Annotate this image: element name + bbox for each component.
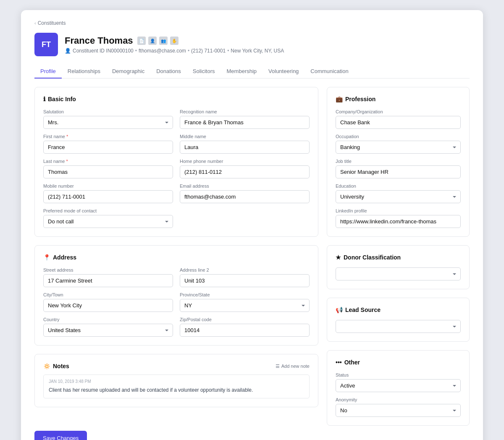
middle-name-group: Middle name bbox=[180, 134, 310, 154]
city-input[interactable] bbox=[43, 299, 173, 312]
zip-label: Zip/Postal code bbox=[180, 317, 310, 322]
address-form: Street address Address line 2 City/Town … bbox=[43, 267, 310, 337]
last-name-input[interactable] bbox=[43, 165, 173, 178]
company-input[interactable] bbox=[336, 116, 461, 129]
country-label: Country bbox=[43, 317, 173, 322]
state-select[interactable]: NY CA TX bbox=[180, 299, 310, 312]
dots-icon: ••• bbox=[336, 359, 342, 366]
education-select[interactable]: University High School Graduate bbox=[336, 190, 461, 203]
address2-group: Address line 2 bbox=[180, 267, 310, 287]
status-select[interactable]: Active Inactive Pending bbox=[336, 379, 461, 392]
header-phone: (212) 711-0001 bbox=[191, 48, 226, 54]
header-location: New York City, NY, USA bbox=[231, 48, 284, 54]
first-name-label: First name * bbox=[43, 134, 173, 139]
notes-card: 🔅 Notes ☰ Add new note JAN 10, 2019 3:48… bbox=[34, 354, 318, 407]
user-icon[interactable]: 👥 bbox=[159, 37, 168, 45]
note-date: JAN 10, 2019 3:48 PM bbox=[49, 379, 304, 384]
job-title-group: Job title bbox=[336, 159, 461, 178]
recognition-name-group: Recognition name bbox=[180, 109, 310, 129]
header-name-row: France Thomas 📄 👤 👥 ✋ bbox=[65, 35, 470, 46]
location-icon: 📍 bbox=[43, 254, 50, 261]
state-label: Province/State bbox=[180, 292, 310, 297]
contact-mode-select[interactable]: Do not call Email Phone Mail bbox=[43, 215, 173, 228]
address-card: 📍 Address Street address Address line 2 … bbox=[34, 245, 318, 346]
megaphone-icon: 📢 bbox=[336, 306, 343, 313]
add-note-button[interactable]: ☰ Add new note bbox=[276, 364, 310, 369]
info-icon: ℹ bbox=[43, 96, 45, 102]
anonymity-select[interactable]: No Yes bbox=[336, 404, 461, 417]
header-icons: 📄 👤 👥 ✋ bbox=[137, 37, 178, 45]
breadcrumb: ‹ Constituents bbox=[34, 20, 470, 26]
linkedin-label: LinkedIn profile bbox=[336, 208, 461, 213]
notes-header: 🔅 Notes ☰ Add new note bbox=[43, 363, 310, 369]
linkedin-input[interactable] bbox=[336, 215, 461, 228]
zip-input[interactable] bbox=[180, 324, 310, 337]
home-phone-label: Home phone number bbox=[180, 159, 310, 164]
doc-icon[interactable]: 📄 bbox=[137, 37, 146, 45]
last-name-label: Last name * bbox=[43, 159, 173, 164]
tab-volunteering[interactable]: Volunteering bbox=[262, 65, 304, 79]
tab-communication[interactable]: Communication bbox=[304, 65, 354, 79]
constituent-id: Constituent ID IN00000100 bbox=[73, 48, 134, 54]
state-group: Province/State NY CA TX bbox=[180, 292, 310, 312]
mobile-label: Mobile number bbox=[43, 183, 173, 189]
basic-info-form: Salutation Mrs. Mr. Ms. Dr. Recognition … bbox=[43, 109, 310, 228]
star-icon: ★ bbox=[336, 254, 341, 261]
save-changes-button[interactable]: Save Changes bbox=[34, 431, 87, 440]
country-group: Country United States Canada United King… bbox=[43, 317, 173, 337]
contact-mode-group: Preferred mode of contact Do not call Em… bbox=[43, 208, 173, 228]
other-card: ••• Other Status Active Inactive Pending… bbox=[327, 350, 470, 426]
first-name-group: First name * bbox=[43, 134, 173, 154]
left-column: ℹ Basic Info Salutation Mrs. Mr. Ms. Dr. bbox=[34, 87, 318, 426]
other-form: Status Active Inactive Pending Anonymity… bbox=[336, 372, 461, 417]
tab-donations[interactable]: Donations bbox=[150, 65, 187, 79]
occupation-select[interactable]: Banking Technology Healthcare bbox=[336, 141, 461, 154]
tab-solicitors[interactable]: Solicitors bbox=[187, 65, 221, 79]
home-phone-group: Home phone number bbox=[180, 159, 310, 178]
tab-profile[interactable]: Profile bbox=[34, 65, 62, 79]
salutation-label: Salutation bbox=[43, 109, 173, 114]
other-title: ••• Other bbox=[336, 359, 461, 366]
country-select[interactable]: United States Canada United Kingdom bbox=[43, 324, 173, 337]
tab-membership[interactable]: Membership bbox=[221, 65, 263, 79]
contact-mode-label: Preferred mode of contact bbox=[43, 208, 173, 213]
street-input[interactable] bbox=[43, 274, 173, 287]
hand-icon[interactable]: ✋ bbox=[170, 37, 178, 45]
first-name-input[interactable] bbox=[43, 141, 173, 154]
lead-source-select[interactable]: Website Referral Event bbox=[336, 320, 461, 333]
mobile-input[interactable] bbox=[43, 190, 173, 203]
email-input[interactable] bbox=[180, 190, 310, 203]
address-title: 📍 Address bbox=[43, 254, 310, 261]
job-title-input[interactable] bbox=[336, 165, 461, 178]
email-group: Email address bbox=[180, 183, 310, 203]
tab-relationships[interactable]: Relationships bbox=[62, 65, 106, 79]
basic-info-card: ℹ Basic Info Salutation Mrs. Mr. Ms. Dr. bbox=[34, 87, 318, 237]
address2-label: Address line 2 bbox=[180, 267, 310, 272]
page-container: ‹ Constituents FT France Thomas 📄 👤 👥 ✋ … bbox=[21, 10, 483, 440]
city-group: City/Town bbox=[43, 292, 173, 312]
profession-form: Company/Organization Occupation Banking … bbox=[336, 109, 461, 228]
person-icon[interactable]: 👤 bbox=[148, 37, 157, 45]
occupation-label: Occupation bbox=[336, 134, 461, 139]
tab-demographic[interactable]: Demographic bbox=[106, 65, 150, 79]
recognition-name-label: Recognition name bbox=[180, 109, 310, 114]
tabs-bar: Profile Relationships Demographic Donati… bbox=[34, 65, 470, 79]
recognition-name-input[interactable] bbox=[180, 116, 310, 129]
basic-info-title: ℹ Basic Info bbox=[43, 96, 310, 102]
address2-input[interactable] bbox=[180, 274, 310, 287]
breadcrumb-link[interactable]: Constituents bbox=[38, 20, 66, 26]
lead-source-card: 📢 Lead Source Website Referral Event bbox=[327, 298, 470, 342]
main-content: ℹ Basic Info Salutation Mrs. Mr. Ms. Dr. bbox=[34, 87, 470, 426]
mobile-group: Mobile number bbox=[43, 183, 173, 203]
status-label: Status bbox=[336, 372, 461, 377]
salutation-select[interactable]: Mrs. Mr. Ms. Dr. bbox=[43, 116, 173, 129]
note-text: Client has her resume uploaded and will … bbox=[49, 386, 304, 394]
street-label: Street address bbox=[43, 267, 173, 272]
middle-name-input[interactable] bbox=[180, 141, 310, 154]
company-label: Company/Organization bbox=[336, 109, 461, 114]
zip-group: Zip/Postal code bbox=[180, 317, 310, 337]
donor-classification-select[interactable]: Major Donor Annual Donor bbox=[336, 267, 461, 280]
middle-name-label: Middle name bbox=[180, 134, 310, 139]
plus-icon: ☰ bbox=[276, 364, 280, 369]
home-phone-input[interactable] bbox=[180, 165, 310, 178]
